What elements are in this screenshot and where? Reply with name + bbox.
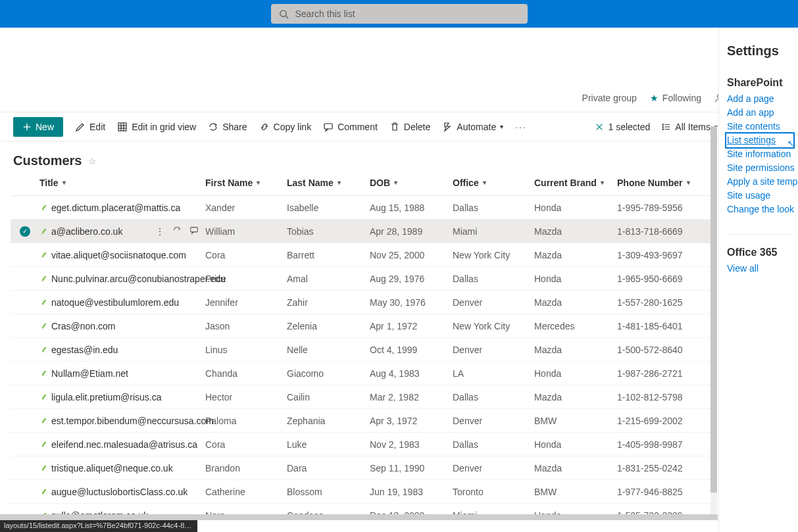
table-row[interactable]: vitae.aliquet@sociisnatoque.comCoraBarre… [11,243,717,267]
dob-cell: Nov 25, 2000 [370,250,453,260]
dob-cell: Oct 4, 1999 [370,345,453,355]
horizontal-scrollbar[interactable] [0,514,718,520]
firstname-cell: Chanda [205,368,287,379]
table-row[interactable]: ligula.elit.pretium@risus.caHectorCailin… [11,385,717,409]
title-cell[interactable]: vitae.aliquet@sociisnatoque.com [39,250,205,260]
delete-button[interactable]: Delete [389,122,430,132]
table-row[interactable]: eget.dictum.placerat@mattis.caXanderIsab… [11,196,717,220]
office-cell: Denver [453,297,534,308]
title-cell-text: augue@luctuslobortisClass.co.uk [51,487,187,497]
table-row[interactable]: ✓a@aclibero.co.uk⋮WilliamTobiasApr 28, 1… [11,220,717,243]
chevron-down-icon: ▾ [62,179,66,186]
column-dob-header[interactable]: DOB▾ [370,178,453,188]
row-overflow-icon[interactable]: ⋮ [155,226,164,237]
view-selector[interactable]: All Items ▾ [662,122,718,132]
table-row[interactable]: tristique.aliquet@neque.co.ukBrandonDara… [11,456,717,480]
column-title-header[interactable]: Title▾ [39,178,205,188]
settings-heading: Settings [727,43,793,59]
column-brand-header[interactable]: Current Brand▾ [534,178,617,188]
row-share-icon[interactable] [172,226,182,237]
title-cell[interactable]: a@aclibero.co.uk⋮ [39,226,205,237]
title-cell[interactable]: Nullam@Etiam.net [39,368,205,379]
settings-link-site-usage[interactable]: Site usage [727,189,793,202]
title-cell-text: eget.dictum.placerat@mattis.ca [51,203,180,213]
scroll-thumb[interactable] [711,126,717,493]
title-cell[interactable]: Cras@non.com [39,321,205,331]
item-indicator-icon [42,276,47,281]
column-lastname-header[interactable]: Last Name▾ [287,178,370,188]
list-title: Customers [13,153,82,168]
office-cell: New York City [453,321,534,331]
brand-cell: Honda [534,203,617,213]
selection-indicator[interactable]: 1 selected [595,122,650,132]
title-cell[interactable]: Nunc.pulvinar.arcu@conubianostraper.edu [39,274,205,284]
chevron-down-icon: ▾ [483,179,486,186]
item-indicator-icon [42,442,47,447]
brand-cell: Mercedes [534,321,617,331]
settings-link-add-a-page[interactable]: Add a page [727,93,793,105]
office-cell: Denver [453,463,534,473]
automate-button[interactable]: Automate ▾ [442,122,503,132]
comment-button[interactable]: Comment [323,122,378,132]
table-row[interactable]: augue@luctuslobortisClass.co.ukCatherine… [11,480,717,504]
table-row[interactable]: Nunc.pulvinar.arcu@conubianostraper.eduP… [11,267,717,291]
settings-link-site-permissions[interactable]: Site permissions [727,162,793,174]
row-comment-icon[interactable] [189,226,199,237]
item-indicator-icon [42,489,47,495]
dob-cell: Apr 3, 1972 [370,416,453,426]
search-box[interactable]: Search this list [271,4,528,24]
settings-link-site-contents[interactable]: Site contents [727,120,793,133]
copylink-button[interactable]: Copy link [259,122,312,132]
column-firstname-header[interactable]: First Name▾ [205,178,287,188]
table-row[interactable]: Nullam@Etiam.netChandaGiacomoAug 4, 1983… [11,362,717,385]
favorite-icon[interactable]: ☆ [88,156,97,166]
office-cell: Denver [453,345,534,355]
phone-cell: 1-831-255-0242 [617,463,708,473]
title-cell[interactable]: eget.dictum.placerat@mattis.ca [39,203,205,213]
row-selector[interactable]: ✓ [11,226,39,237]
phone-cell: 1-309-493-9697 [617,250,708,260]
vertical-scrollbar[interactable] [711,126,717,520]
column-phone-header[interactable]: Phone Number▾ [617,178,708,188]
phone-cell: 1-405-998-9987 [617,439,708,450]
following-button[interactable]: ★ Following [650,93,701,103]
title-cell[interactable]: augue@luctuslobortisClass.co.uk [39,487,205,497]
settings-link-change-the-look[interactable]: Change the look [727,203,793,216]
table-row[interactable]: est.tempor.bibendum@neccursusa.comPaloma… [11,409,717,433]
title-cell[interactable]: eleifend.nec.malesuada@atrisus.ca [39,439,205,450]
brand-cell: Mazda [534,297,617,308]
title-cell[interactable]: tristique.aliquet@neque.co.uk [39,463,205,473]
title-cell[interactable]: natoque@vestibulumlorem.edu [39,297,205,308]
column-office-header[interactable]: Office▾ [453,178,534,188]
view-all-link[interactable]: View all [727,262,793,275]
sharepoint-heading: SharePoint [727,77,793,89]
table-row[interactable]: natoque@vestibulumlorem.eduJenniferZahir… [11,291,717,314]
share-button[interactable]: Share [208,122,247,132]
edit-button[interactable]: Edit [75,122,105,132]
settings-link-site-information[interactable]: Site information [727,148,793,160]
settings-link-apply-a-site-template[interactable]: Apply a site template [727,176,793,188]
overflow-button[interactable]: ··· [515,122,527,132]
table-row[interactable]: eleifend.nec.malesuada@atrisus.caCoraLuk… [11,433,717,456]
firstname-cell: Hector [205,392,287,402]
phone-cell: 1-995-789-5956 [617,203,708,213]
firstname-cell: Jennifer [205,297,287,308]
brand-cell: BMW [534,487,617,497]
title-cell-text: ligula.elit.pretium@risus.ca [51,392,162,402]
table-row[interactable]: egestas@in.eduLinusNelleOct 4, 1999Denve… [11,338,717,362]
link-icon [259,122,270,132]
lastname-cell: Tobias [287,226,370,237]
brand-cell: Honda [534,274,617,284]
new-button[interactable]: New [13,117,63,137]
title-cell[interactable]: egestas@in.edu [39,345,205,355]
title-cell[interactable]: ligula.elit.pretium@risus.ca [39,392,205,402]
settings-link-list-settings[interactable]: List settings↖ [727,134,793,147]
panel-divider [727,234,793,235]
dob-cell: Mar 2, 1982 [370,392,453,402]
title-cell[interactable]: est.tempor.bibendum@neccursusa.com [39,416,205,426]
table-row[interactable]: Cras@non.comJasonZeleniaApr 1, 1972New Y… [11,314,717,338]
edit-grid-button[interactable]: Edit in grid view [117,122,196,132]
brand-cell: Mazda [534,250,617,260]
list-bullets-icon [662,122,671,132]
settings-link-add-an-app[interactable]: Add an app [727,107,793,119]
